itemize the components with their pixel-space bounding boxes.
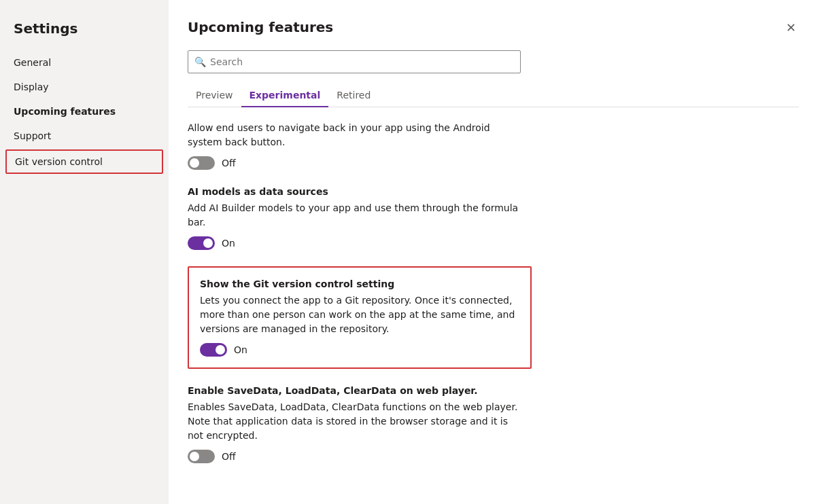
toggle-row-ai-models: On: [188, 236, 521, 250]
features-container: Allow end users to navigate back in your…: [188, 121, 799, 480]
tabs-container: PreviewExperimentalRetired: [188, 84, 799, 107]
sidebar-item-display[interactable]: Display: [0, 75, 169, 99]
page-title: Upcoming features: [188, 19, 333, 35]
toggle-git-version-control[interactable]: [200, 343, 227, 357]
search-icon: 🔍: [194, 56, 206, 67]
search-wrapper: 🔍: [188, 50, 521, 73]
main-content: Upcoming features ✕ 🔍 PreviewExperimenta…: [169, 0, 826, 504]
main-header: Upcoming features ✕: [188, 19, 799, 37]
tab-retired[interactable]: Retired: [328, 84, 379, 107]
feature-desc-ai-models: Add AI Builder models to your app and us…: [188, 201, 521, 230]
close-button[interactable]: ✕: [783, 19, 799, 37]
toggle-label-android-back-button: Off: [222, 158, 236, 168]
sidebar-item-git-version-control[interactable]: Git version control: [5, 149, 163, 174]
toggle-label-ai-models: On: [222, 238, 235, 249]
toggle-savedata[interactable]: [188, 450, 215, 463]
feature-android-back-button: Allow end users to navigate back in your…: [188, 121, 521, 170]
sidebar-item-support[interactable]: Support: [0, 124, 169, 148]
feature-title-ai-models: AI models as data sources: [188, 186, 521, 197]
toggle-label-savedata: Off: [222, 451, 236, 462]
toggle-ai-models[interactable]: [188, 236, 215, 250]
feature-desc-git-version-control: Lets you connect the app to a Git reposi…: [200, 293, 519, 336]
search-input[interactable]: [188, 50, 521, 73]
toggle-android-back-button[interactable]: [188, 156, 215, 170]
tab-experimental[interactable]: Experimental: [241, 84, 329, 107]
toggle-row-savedata: Off: [188, 450, 521, 463]
toggle-row-git-version-control: On: [200, 343, 519, 357]
feature-savedata: Enable SaveData, LoadData, ClearData on …: [188, 385, 521, 463]
tab-preview[interactable]: Preview: [188, 84, 241, 107]
feature-ai-models: AI models as data sourcesAdd AI Builder …: [188, 186, 521, 250]
feature-title-savedata: Enable SaveData, LoadData, ClearData on …: [188, 385, 521, 396]
feature-desc-savedata: Enables SaveData, LoadData, ClearData fu…: [188, 400, 521, 443]
toggle-row-android-back-button: Off: [188, 156, 521, 170]
sidebar-item-upcoming-features[interactable]: Upcoming features: [0, 99, 169, 124]
sidebar-title: Settings: [0, 14, 169, 50]
toggle-label-git-version-control: On: [234, 344, 247, 355]
sidebar: Settings GeneralDisplayUpcoming features…: [0, 0, 169, 504]
feature-title-git-version-control: Show the Git version control setting: [200, 278, 519, 289]
sidebar-item-general[interactable]: General: [0, 50, 169, 75]
feature-desc-android-back-button: Allow end users to navigate back in your…: [188, 121, 521, 149]
feature-git-version-control: Show the Git version control settingLets…: [188, 266, 532, 369]
